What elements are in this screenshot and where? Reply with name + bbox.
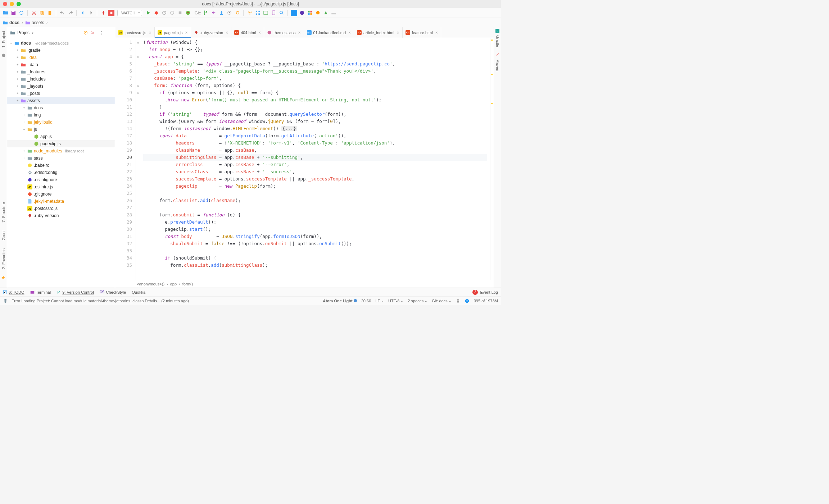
plugin-icon-1[interactable] — [291, 10, 297, 16]
stop-icon[interactable] — [177, 10, 183, 16]
editor-tab[interactable]: <>feature.html× — [403, 27, 441, 38]
editor-minimap[interactable] — [490, 38, 494, 280]
tree-item[interactable]: .ruby-version — [7, 212, 115, 219]
close-tab-icon[interactable]: × — [258, 30, 261, 35]
tree-item[interactable]: +.idea — [7, 54, 115, 61]
breadcrumb-item[interactable]: docs — [3, 20, 19, 25]
tree-item[interactable]: JS.postcssrc.js — [7, 205, 115, 212]
breadcrumb-item[interactable]: assets — [25, 20, 44, 25]
sync-icon[interactable] — [18, 10, 24, 16]
tree-item[interactable]: +.gradle — [7, 47, 115, 54]
editor-tab[interactable]: JS.postcssrc.js× — [115, 27, 155, 38]
collapse-icon[interactable]: ⇲ — [91, 30, 96, 35]
tree-root[interactable]: − docs ~/IdeaProjects/docs — [7, 40, 115, 47]
git-update-icon[interactable] — [218, 10, 225, 16]
plugin-icon-3[interactable] — [307, 10, 313, 16]
settings-icon[interactable]: ⋮ — [99, 30, 104, 35]
tree-item[interactable]: +assets — [7, 97, 115, 104]
git-commit-icon[interactable] — [210, 10, 217, 16]
target-icon[interactable] — [108, 10, 114, 16]
tree-item[interactable]: +jekyllbuild — [7, 119, 115, 126]
save-icon[interactable] — [10, 10, 17, 16]
tree-item[interactable]: .editorconfig — [7, 169, 115, 176]
paste-icon[interactable] — [46, 10, 53, 16]
avd-icon[interactable] — [270, 10, 277, 16]
status-lineending[interactable]: LF ⌄ — [375, 299, 384, 303]
plugin-icon-4[interactable] — [314, 10, 321, 16]
editor-tab[interactable]: <>article_index.html× — [354, 27, 403, 38]
tree-item[interactable]: +_features — [7, 68, 115, 75]
rail-project[interactable]: 1: Project — [1, 29, 6, 50]
vcs-tab[interactable]: 9: Version Control — [56, 290, 94, 294]
git-revert-icon[interactable] — [234, 10, 240, 16]
tree-item[interactable]: +docs — [7, 104, 115, 111]
structure-icon[interactable] — [254, 10, 261, 16]
rail-structure[interactable]: 7: Structure — [1, 200, 6, 225]
editor-tab[interactable]: JSpageclip.js× — [155, 27, 191, 38]
close-tab-icon[interactable]: × — [226, 30, 228, 35]
lock-icon[interactable] — [456, 299, 460, 303]
tree-item[interactable]: .jekyll-metadata — [7, 198, 115, 205]
minimize-window-icon[interactable] — [10, 2, 14, 6]
status-memory[interactable]: 395 of 1973M — [474, 299, 498, 303]
editor-tab[interactable]: M↓01-lookandfeel.md× — [304, 27, 354, 38]
close-tab-icon[interactable]: × — [348, 30, 351, 35]
maximize-window-icon[interactable] — [17, 2, 21, 6]
tree-item[interactable]: +_layouts — [7, 83, 115, 90]
tree-item[interactable]: +_data — [7, 61, 115, 68]
settings-icon[interactable] — [246, 10, 253, 16]
rail-grunt[interactable]: Grunt — [1, 228, 6, 243]
close-tab-icon[interactable]: × — [149, 30, 151, 35]
run-icon[interactable] — [145, 10, 151, 16]
status-indent[interactable]: 2 spaces ⌄ — [408, 299, 427, 303]
code-editor[interactable]: !function (window) { let noop = () => {}… — [140, 38, 490, 280]
plugin-icon-5[interactable] — [322, 10, 329, 16]
run-config-select[interactable]: WATCH — [117, 10, 142, 16]
status-message[interactable]: Error Loading Project: Cannot load modul… — [12, 299, 189, 303]
sidebar-title[interactable]: Project — [17, 30, 33, 35]
editor-tab[interactable]: .ruby-version× — [191, 27, 232, 38]
tree-item[interactable]: +_posts — [7, 90, 115, 97]
rail-maven[interactable]: Maven — [495, 57, 500, 73]
status-encoding[interactable]: UTF-8 ⌄ — [388, 299, 403, 303]
undo-icon[interactable] — [59, 10, 65, 16]
search-icon[interactable] — [278, 10, 285, 16]
terminal-tab[interactable]: Terminal — [30, 290, 51, 294]
tree-item[interactable]: JS.eslintrc.js — [7, 183, 115, 191]
editor-tab[interactable]: <>404.html× — [231, 27, 264, 38]
editor-tab[interactable]: themes.scss× — [264, 27, 304, 38]
debug-icon[interactable] — [153, 10, 159, 16]
status-git[interactable]: Git: docs ⌄ — [432, 299, 451, 303]
redo-icon[interactable] — [67, 10, 73, 16]
quokka-tab[interactable]: Quokka — [132, 290, 145, 294]
close-window-icon[interactable] — [3, 2, 7, 6]
status-theme[interactable]: Atom One Light — [323, 299, 357, 303]
status-position[interactable]: 20:60 — [361, 299, 371, 303]
tree-item[interactable]: −js — [7, 126, 115, 133]
tree-item[interactable]: +sass — [7, 155, 115, 162]
todo-tab[interactable]: 6: TODO — [3, 290, 24, 294]
tree-item[interactable]: pageclip.js — [7, 140, 115, 147]
close-tab-icon[interactable]: × — [185, 30, 188, 35]
quokka-icon[interactable] — [185, 10, 191, 16]
layers-icon[interactable] — [3, 298, 8, 303]
inspector-icon[interactable] — [465, 298, 470, 303]
rail-gradle[interactable]: Gradle — [495, 33, 500, 49]
copy-icon[interactable] — [38, 10, 45, 16]
hide-icon[interactable]: — — [107, 30, 112, 35]
tree-item[interactable]: +img — [7, 111, 115, 119]
rail-favorites[interactable]: 2: Favorites — [1, 246, 6, 271]
cut-icon[interactable] — [31, 10, 37, 16]
forward-icon[interactable] — [87, 10, 94, 16]
plugin-icon-2[interactable] — [299, 10, 305, 16]
checkstyle-tab[interactable]: CSCheckStyle — [100, 290, 126, 294]
tree-item[interactable]: .eslintignore — [7, 176, 115, 183]
plugin-icon-6[interactable]: ▬ — [330, 10, 337, 16]
tree-item[interactable]: .babelrc — [7, 162, 115, 169]
close-tab-icon[interactable]: × — [298, 30, 300, 35]
open-icon[interactable] — [2, 10, 9, 16]
eventlog-tab[interactable]: Event Log — [480, 290, 498, 294]
tree-item[interactable]: app.js — [7, 133, 115, 140]
tree-item[interactable]: .gitignore — [7, 191, 115, 198]
close-tab-icon[interactable]: × — [397, 30, 399, 35]
